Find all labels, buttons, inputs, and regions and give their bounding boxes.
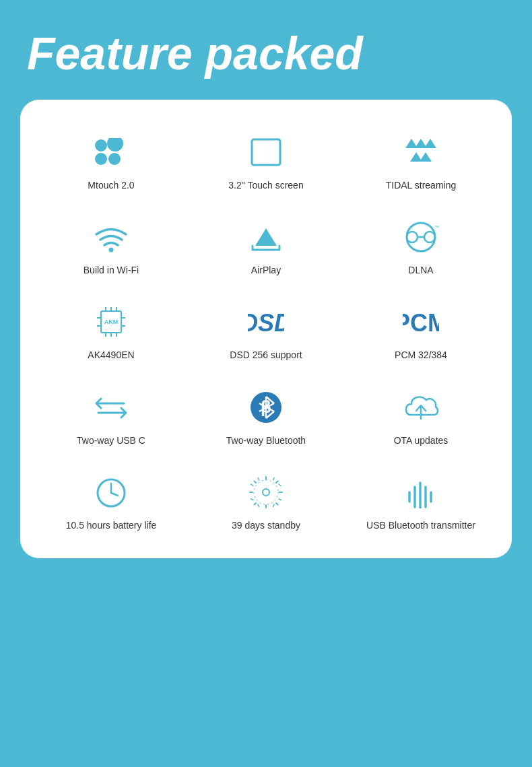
feature-airplay: AirPlay xyxy=(189,205,343,283)
tidal-icon xyxy=(401,132,441,172)
dsd-icon: DSD xyxy=(246,302,286,342)
svg-point-3 xyxy=(108,153,121,165)
svg-line-58 xyxy=(273,477,275,480)
svg-line-56 xyxy=(251,484,254,486)
touchscreen-icon xyxy=(246,132,286,172)
feature-battery: 10.5 hours battery life xyxy=(34,460,189,538)
battery-icon xyxy=(91,472,131,512)
svg-point-2 xyxy=(95,153,107,165)
svg-text:PCM: PCM xyxy=(403,309,439,337)
svg-text:DSD: DSD xyxy=(248,309,284,337)
bluetooth-icon: β xyxy=(246,387,286,428)
standby-icon xyxy=(246,472,286,512)
airplay-label: AirPlay xyxy=(251,264,281,276)
pcm-icon: PCM xyxy=(401,302,441,342)
feature-pcm: PCM PCM 32/384 xyxy=(343,290,498,368)
svg-line-43 xyxy=(111,493,118,496)
svg-text:AKM: AKM xyxy=(104,319,119,325)
svg-point-1 xyxy=(107,138,123,152)
feature-dsd: DSD DSD 256 support xyxy=(189,290,343,368)
svg-line-59 xyxy=(258,504,259,507)
svg-line-55 xyxy=(273,504,275,507)
ota-icon xyxy=(401,387,441,428)
tidal-label: TIDAL streaming xyxy=(386,179,457,191)
akm-label: AK4490EN xyxy=(88,349,134,361)
feature-akm: AKM AK4490EN xyxy=(34,290,189,368)
feature-standby: 39 days standby xyxy=(189,460,343,538)
standby-label: 39 days standby xyxy=(232,519,300,531)
usb-bt-label: USB Bluetooth transmitter xyxy=(366,519,475,531)
feature-mtouch: Mtouch 2.0 xyxy=(34,120,189,198)
bluetooth-label: Two-way Bluetooth xyxy=(226,434,306,446)
svg-marker-9 xyxy=(420,152,432,162)
svg-point-0 xyxy=(95,139,107,152)
feature-dlna: ™ DLNA xyxy=(343,205,498,283)
usbc-label: Two-way USB C xyxy=(77,434,145,446)
svg-text:™: ™ xyxy=(434,225,439,230)
feature-bluetooth: β Two-way Bluetooth xyxy=(189,375,343,453)
svg-rect-4 xyxy=(252,139,280,165)
svg-line-54 xyxy=(258,477,259,480)
svg-line-52 xyxy=(276,481,278,483)
features-grid: Mtouch 2.0 3.2" Touch screen xyxy=(34,120,498,538)
airplay-icon xyxy=(246,217,286,257)
mtouch-icon xyxy=(91,132,131,172)
mtouch-label: Mtouch 2.0 xyxy=(88,179,134,191)
touchscreen-label: 3.2" Touch screen xyxy=(228,179,303,191)
svg-point-14 xyxy=(424,232,435,242)
svg-marker-11 xyxy=(255,228,277,246)
svg-marker-8 xyxy=(410,152,422,162)
akm-icon: AKM xyxy=(91,302,131,342)
dsd-label: DSD 256 support xyxy=(230,349,302,361)
svg-line-61 xyxy=(251,499,254,500)
svg-point-44 xyxy=(263,489,269,496)
dlna-icon: ™ xyxy=(401,217,441,257)
svg-point-45 xyxy=(254,480,278,504)
svg-line-51 xyxy=(276,503,278,505)
svg-marker-6 xyxy=(415,139,427,148)
usbc-icon xyxy=(91,387,131,428)
svg-line-50 xyxy=(255,481,257,483)
svg-line-60 xyxy=(279,484,281,486)
feature-tidal: TIDAL streaming xyxy=(343,120,498,198)
usb-bt-icon xyxy=(401,472,441,512)
svg-point-13 xyxy=(407,232,418,242)
feature-usbc: Two-way USB C xyxy=(34,375,189,453)
ota-label: OTA updates xyxy=(394,434,448,446)
svg-marker-7 xyxy=(424,139,436,148)
pcm-label: PCM 32/384 xyxy=(395,349,447,361)
feature-touchscreen: 3.2" Touch screen xyxy=(189,120,343,198)
feature-ota: OTA updates xyxy=(343,375,498,453)
dlna-label: DLNA xyxy=(408,264,433,276)
feature-wifi: Build in Wi-Fi xyxy=(34,205,189,283)
svg-line-57 xyxy=(279,499,281,500)
feature-usb-bt: USB Bluetooth transmitter xyxy=(343,460,498,538)
battery-label: 10.5 hours battery life xyxy=(66,519,157,531)
svg-line-53 xyxy=(255,503,257,505)
svg-marker-5 xyxy=(405,139,418,148)
wifi-label: Build in Wi-Fi xyxy=(84,264,139,276)
page-title: Feature packed xyxy=(20,27,512,79)
features-card: Mtouch 2.0 3.2" Touch screen xyxy=(20,100,512,558)
svg-point-10 xyxy=(109,248,114,253)
wifi-icon xyxy=(91,217,131,257)
